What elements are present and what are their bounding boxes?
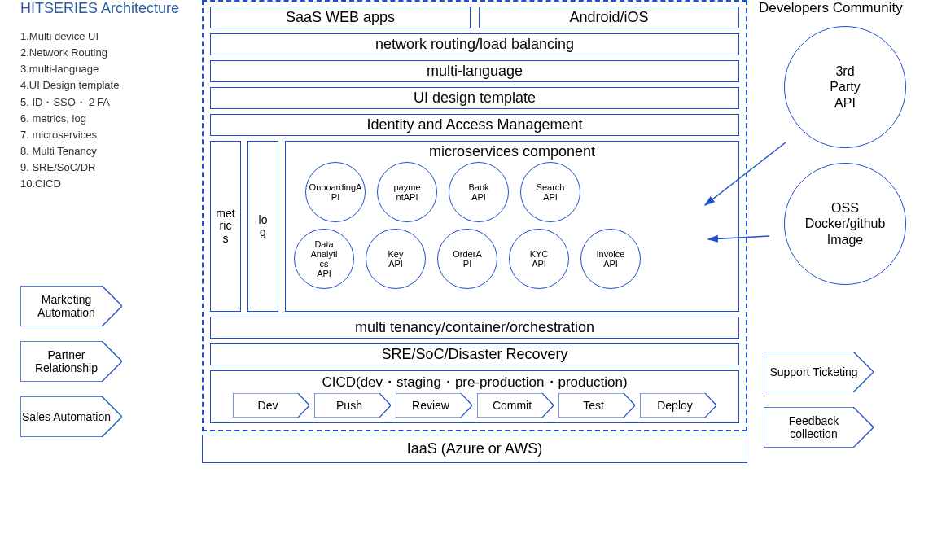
- layer-network-routing: network routing/load balancing: [210, 33, 739, 55]
- callout-label: Feedback collection: [764, 414, 864, 440]
- layer-android-ios: Android/iOS: [479, 7, 739, 28]
- center-column: SaaS WEB apps Android/iOS network routin…: [202, 0, 747, 463]
- microservices-row: met ric s lo g microservices component O…: [210, 141, 739, 312]
- arch-item: 2.Network Routing: [20, 45, 183, 61]
- layer-multi-language: multi-language: [210, 60, 739, 82]
- architecture-list: 1.Multi device UI 2.Network Routing 3.mu…: [20, 28, 183, 192]
- layer-cicd: CICD(dev・staging・pre-production・producti…: [210, 370, 739, 423]
- callout-partner-relationship: Partner Relationship: [20, 341, 122, 382]
- right-callouts: Support Ticketing Feedback collection: [764, 352, 926, 448]
- api-row-2: Data Analyti cs API Key API OrderA PI KY…: [294, 229, 734, 289]
- api-bank: Bank API: [449, 162, 509, 222]
- cicd-step-test: Test: [558, 393, 635, 418]
- left-callouts: Marketing Automation Partner Relationshi…: [20, 286, 183, 437]
- callout-label: Partner Relationship: [20, 348, 112, 374]
- arch-item: 4.UI Design template: [20, 77, 183, 94]
- layer-saas-web-apps: SaaS WEB apps: [210, 7, 471, 28]
- arch-item: 9. SRE/SoC/DR: [20, 160, 183, 176]
- arch-item: 10.CICD: [20, 176, 183, 192]
- cicd-title: CICD(dev・staging・pre-production・producti…: [216, 373, 734, 392]
- developers-community-title: Developers Community: [759, 0, 926, 16]
- api-order: OrderA PI: [437, 229, 497, 289]
- api-invoice: Invoice API: [580, 229, 641, 289]
- api-onboarding: OnboardingA PI: [305, 162, 366, 222]
- microservices-container: microservices component OnboardingA PI p…: [285, 141, 739, 312]
- callout-feedback-collection: Feedback collection: [764, 407, 874, 448]
- microservices-title: microservices component: [291, 143, 734, 160]
- callout-label: Marketing Automation: [20, 293, 112, 319]
- layer-sre-soc-dr: SRE/SoC/Disaster Recovery: [210, 343, 739, 365]
- left-column: HITSERIES Architecture 1.Multi device UI…: [20, 0, 183, 437]
- layer-iaas: IaaS (Azure or AWS): [202, 435, 747, 463]
- arch-item: 7. microservices: [20, 127, 183, 143]
- api-search: Search API: [520, 162, 580, 222]
- api-row-1: OnboardingA PI payme ntAPI Bank API Sear…: [305, 162, 734, 222]
- api-data-analytics: Data Analyti cs API: [294, 229, 354, 289]
- api-key: Key API: [366, 229, 426, 289]
- cicd-step-review: Review: [396, 393, 472, 418]
- callout-marketing-automation: Marketing Automation: [20, 286, 122, 326]
- cicd-step-dev: Dev: [233, 393, 309, 418]
- log-box: lo g: [247, 141, 278, 312]
- callout-label: Support Ticketing: [769, 365, 857, 378]
- right-column: Developers Community 3rd Party API OSS D…: [764, 0, 926, 448]
- callout-support-ticketing: Support Ticketing: [764, 352, 874, 392]
- platform-frame: SaaS WEB apps Android/iOS network routin…: [202, 0, 747, 431]
- arch-item: 6. metrics, log: [20, 111, 183, 127]
- architecture-title: HITSERIES Architecture: [20, 0, 183, 17]
- layer-identity-access: Identity and Access Management: [210, 114, 739, 136]
- arch-item: 1.Multi device UI: [20, 28, 183, 45]
- api-kyc: KYC API: [509, 229, 569, 289]
- callout-sales-automation: Sales Automation: [20, 396, 122, 437]
- cicd-step-commit: Commit: [477, 393, 554, 418]
- arch-item: 3.multi-language: [20, 61, 183, 77]
- api-payment: payme ntAPI: [377, 162, 437, 222]
- circle-3rd-party-api: 3rd Party API: [784, 26, 906, 148]
- layer-multi-tenancy: multi tenancy/container/orchestration: [210, 317, 739, 339]
- cicd-step-push: Push: [314, 393, 391, 418]
- callout-label: Sales Automation: [22, 410, 111, 423]
- layer-ui-design-template: UI design template: [210, 87, 739, 109]
- circle-oss-docker-github: OSS Docker/github Image: [784, 163, 906, 285]
- arch-item: 8. Multi Tenancy: [20, 143, 183, 160]
- arch-item: 5. ID・SSO・２FA: [20, 94, 183, 111]
- cicd-step-deploy: Deploy: [640, 393, 716, 418]
- metrics-box: met ric s: [210, 141, 241, 312]
- cicd-steps: Dev Push Review Commit Test: [216, 393, 734, 418]
